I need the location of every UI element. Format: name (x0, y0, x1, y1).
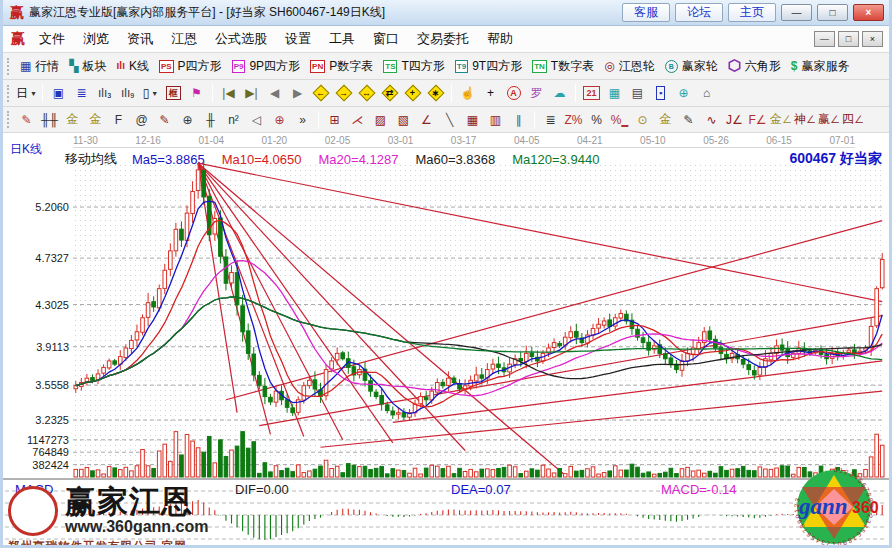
p-square-button[interactable]: PSP四方形 (154, 58, 227, 75)
close-button[interactable]: × (853, 4, 884, 21)
memo-button[interactable]: ▤ (627, 83, 648, 104)
t-number-table-button[interactable]: TNT数字表 (527, 58, 599, 75)
menu-settings[interactable]: 设置 (276, 28, 320, 50)
fit-screen-button[interactable]: ∗ (425, 83, 446, 104)
percent-lines-button[interactable]: %‗ (609, 109, 630, 130)
winner-wheel-button[interactable]: B赢家轮 (660, 58, 723, 75)
golden-circle-button[interactable]: ⊙ (632, 109, 653, 130)
gann-box-button[interactable]: ⊞ (324, 109, 345, 130)
step-forward-button[interactable]: ▶ (287, 83, 308, 104)
send-web-button[interactable]: ⊕ (673, 83, 694, 104)
trend-line-button[interactable]: ╲ (439, 109, 460, 130)
wave-count-button[interactable]: ∿ (701, 109, 722, 130)
gann-fan-button[interactable]: ⋌ (347, 109, 368, 130)
calendar-button[interactable]: 21 (581, 83, 602, 104)
golden-price-lines-button[interactable]: 金 (85, 109, 106, 130)
forum-button[interactable]: 论坛 (675, 3, 723, 22)
j-angle-button[interactable]: J∠ (724, 109, 745, 130)
cycle-lines-button[interactable]: ⊕ (177, 109, 198, 130)
9p-square-button[interactable]: P99P四方形 (227, 58, 305, 75)
crosshair-button[interactable]: + (480, 83, 501, 104)
gann-frame-button[interactable]: 框 (163, 83, 184, 104)
child-restore-button[interactable]: □ (838, 31, 859, 47)
flag-tool-button[interactable]: ◁ (246, 109, 267, 130)
homepage-button[interactable]: 主页 (728, 3, 776, 22)
menu-gann[interactable]: 江恩 (162, 28, 206, 50)
remote-pc-button[interactable]: ⌂ (696, 83, 717, 104)
gann-time-lines-button[interactable]: ╫╫ (39, 109, 60, 130)
gann-wheel-button[interactable]: ◎江恩轮 (599, 58, 659, 75)
child-minimize-button[interactable]: — (814, 31, 835, 47)
window-layout-button[interactable]: ▣ (48, 83, 69, 104)
child-close-button[interactable]: × (862, 31, 883, 47)
color-marker-button[interactable]: ⚑ (186, 83, 207, 104)
brush-2-button[interactable]: ✎ (154, 109, 175, 130)
p-number-table-button[interactable]: PNP数字表 (305, 58, 378, 75)
menu-file[interactable]: 文件 (30, 28, 74, 50)
gann-grid-net-button[interactable]: ▧ (393, 109, 414, 130)
draw-brush-button[interactable]: ✎ (16, 109, 37, 130)
combine-9-button[interactable]: ılı9 (117, 83, 138, 104)
angle-lines-button[interactable]: ∠ (416, 109, 437, 130)
menu-window[interactable]: 窗口 (364, 28, 408, 50)
golden-section-button[interactable]: 金 (655, 109, 676, 130)
gann-net-button[interactable]: 罗 (526, 83, 547, 104)
mark-brush-button[interactable]: ✎ (678, 109, 699, 130)
win-angle-button[interactable]: 赢∠ (818, 109, 840, 130)
menu-browse[interactable]: 浏览 (74, 28, 118, 50)
winner-service-button[interactable]: $赢家服务 (786, 58, 855, 75)
minimize-button[interactable]: — (781, 4, 812, 21)
expand-all-button[interactable]: + (402, 83, 423, 104)
price-grid-2-button[interactable]: ▥ (485, 109, 506, 130)
save-button[interactable]: ▪ (650, 83, 671, 104)
quotes-button[interactable]: ▦行情 (15, 58, 64, 75)
kline-button[interactable]: ılıK线 (112, 58, 154, 75)
gann-time-lines-icon: ╫╫ (41, 113, 58, 127)
more-tools-button[interactable]: » (292, 109, 313, 130)
brand-url-link[interactable]: www.360gann.com (65, 518, 208, 536)
spiral-button[interactable]: @ (131, 109, 152, 130)
wave-cloud-button[interactable]: ☁ (549, 83, 570, 104)
goto-first-button[interactable]: |◀ (218, 83, 239, 104)
compass-button[interactable]: ⊕ (269, 109, 290, 130)
gann-box-fan-button[interactable]: ▨ (370, 109, 391, 130)
fibonacci-lines-button[interactable]: F (108, 109, 129, 130)
info-panel-button[interactable]: ≣ (71, 83, 92, 104)
restore-button[interactable]: □ (817, 4, 848, 21)
price-grid-button[interactable]: ▦ (462, 109, 483, 130)
goto-last-button[interactable]: ▶| (241, 83, 262, 104)
combine-3-button[interactable]: ılı3 (94, 83, 115, 104)
candle-style-button[interactable]: ▯▼ (140, 83, 161, 104)
calculator-button[interactable]: ▦ (604, 83, 625, 104)
pan-hand-button[interactable]: ☝ (457, 83, 478, 104)
square-of-nine-button[interactable]: n² (223, 109, 244, 130)
percent-z-button[interactable]: Z% (563, 109, 584, 130)
golden-time-lines-button[interactable]: 金 (62, 109, 83, 130)
gold-angle-button[interactable]: 金∠ (770, 109, 792, 130)
f-angle-button[interactable]: F∠ (747, 109, 768, 130)
step-back-button[interactable]: ◀ (264, 83, 285, 104)
four-angle-button[interactable]: 四∠ (842, 109, 864, 130)
shift-right-button[interactable]: → (333, 83, 354, 104)
hexagon-label: 六角形 (745, 58, 781, 75)
zoom-annotate-button[interactable]: A (503, 83, 524, 104)
hexagon-button[interactable]: 六角形 (723, 58, 786, 75)
shen-angle-button[interactable]: 神∠ (794, 109, 816, 130)
sectors-button[interactable]: ▚板块 (64, 58, 111, 75)
kline-period-day-button[interactable]: 日▼ (16, 83, 37, 104)
menu-news[interactable]: 资讯 (118, 28, 162, 50)
9t-square-button[interactable]: T99T四方形 (450, 58, 527, 75)
menu-formula-picker[interactable]: 公式选股 (206, 28, 276, 50)
percent-button[interactable]: % (586, 109, 607, 130)
t-square-button[interactable]: TST四方形 (378, 58, 450, 75)
time-ruler-button[interactable]: ╫ (200, 109, 221, 130)
menu-tools[interactable]: 工具 (320, 28, 364, 50)
menu-trade-delegate[interactable]: 交易委托 (408, 28, 478, 50)
expand-horizontal-button[interactable]: ↔ (356, 83, 377, 104)
customer-service-button[interactable]: 客服 (622, 3, 670, 22)
parallel-lines-button[interactable]: ∥ (508, 109, 529, 130)
shift-left-button[interactable]: ← (310, 83, 331, 104)
menu-help[interactable]: 帮助 (478, 28, 522, 50)
price-ladder-button[interactable]: ≣ (540, 109, 561, 130)
compress-horizontal-button[interactable]: ⇄ (379, 83, 400, 104)
